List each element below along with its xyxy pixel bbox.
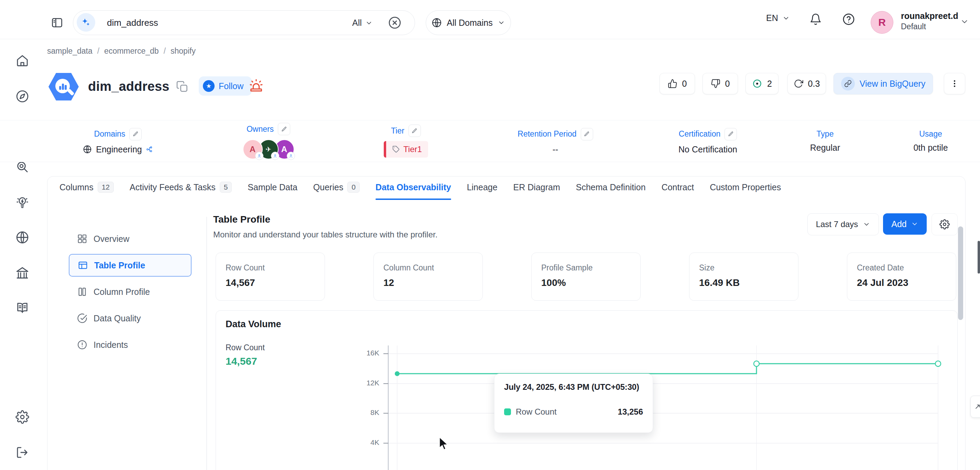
tab-custom-properties[interactable]: Custom Properties — [710, 182, 781, 194]
owner-avatar[interactable]: A — [243, 139, 263, 159]
settings-gear-icon[interactable] — [16, 410, 29, 424]
profiler-settings-button[interactable] — [932, 213, 958, 235]
edit-pencil-icon[interactable] — [129, 128, 142, 140]
followers-count: 2 — [767, 79, 772, 89]
insights-bulb-icon[interactable] — [16, 196, 29, 209]
team-badge-icon — [255, 152, 263, 160]
home-icon[interactable] — [16, 54, 29, 67]
profiler-menu-overview[interactable]: Overview — [69, 228, 191, 250]
upvote-button[interactable]: 0 — [660, 73, 695, 94]
edit-pencil-icon[interactable] — [409, 124, 421, 137]
tab-data-observability[interactable]: Data Observability — [375, 182, 451, 194]
tab-columns[interactable]: Columns12 — [59, 182, 114, 194]
time-range-dropdown[interactable]: Last 7 days — [807, 213, 879, 235]
usage-label: Usage — [919, 129, 942, 139]
domain-value[interactable]: Engineering — [83, 145, 153, 155]
summary-card-size: Size16.49 KB — [689, 253, 799, 301]
usage-section: Usage 0th pctile — [881, 120, 980, 162]
profiler-menu-incidents[interactable]: Incidents — [69, 334, 191, 356]
gear-icon — [939, 219, 950, 229]
certification-value: No Certification — [678, 145, 737, 155]
follow-button[interactable]: ★ Follow — [199, 76, 252, 96]
profiler-menu-table-profile[interactable]: Table Profile — [69, 254, 191, 277]
usage-value: 0th pctile — [913, 143, 948, 153]
search-clear-icon[interactable] — [388, 16, 402, 30]
tooltip-series-label: Row Count — [516, 407, 557, 417]
version-button[interactable]: 0.3 — [788, 73, 826, 94]
bigquery-service-icon — [47, 70, 80, 103]
edit-pencil-icon[interactable] — [581, 128, 593, 140]
tab-count-badge: 5 — [220, 182, 232, 193]
tab-er-diagram[interactable]: ER Diagram — [513, 182, 560, 194]
search-input[interactable]: dim_address — [107, 18, 158, 28]
edit-pencil-icon[interactable] — [278, 123, 290, 135]
logout-icon[interactable] — [16, 446, 29, 459]
tab-contract[interactable]: Contract — [662, 182, 694, 194]
downvote-button[interactable]: 0 — [703, 73, 738, 94]
summary-card-profile-sample: Profile Sample100% — [531, 253, 641, 301]
breadcrumb-item[interactable]: ecommerce_db — [104, 46, 159, 56]
language-selector[interactable]: EN — [766, 13, 790, 23]
expand-arrow-icon — [974, 403, 980, 411]
ai-sparkle-icon[interactable] — [77, 13, 95, 32]
explore-compass-icon[interactable] — [16, 89, 29, 103]
divider — [206, 217, 207, 470]
kebab-menu-icon — [950, 79, 959, 88]
announcement-siren-icon[interactable] — [248, 78, 264, 94]
breadcrumb: sample_data / ecommerce_db / shopify — [47, 46, 196, 56]
tab-queries[interactable]: Queries0 — [313, 182, 360, 194]
more-actions-button[interactable] — [944, 73, 965, 94]
certification-section: Certification No Certification — [647, 120, 769, 162]
tag-icon — [392, 145, 400, 153]
user-avatar[interactable]: R — [871, 11, 893, 34]
domain-filter-label: All Domains — [447, 18, 492, 28]
search-scope-dropdown[interactable]: All — [352, 18, 373, 28]
sidebar-toggle-icon[interactable] — [51, 16, 63, 29]
retention-section: Retention Period -- — [464, 120, 647, 162]
type-section: Type Regular — [769, 120, 881, 162]
tier-tag[interactable]: Tier1 — [384, 141, 428, 158]
content-scrollbar-thumb[interactable] — [958, 226, 963, 320]
user-menu-chevron-icon[interactable] — [960, 17, 969, 26]
retention-label: Retention Period — [517, 129, 576, 139]
tab-lineage[interactable]: Lineage — [467, 182, 498, 194]
tab-sample-data[interactable]: Sample Data — [248, 182, 298, 194]
table-icon — [78, 260, 88, 271]
help-icon[interactable] — [842, 13, 855, 26]
retention-value: -- — [553, 145, 558, 155]
star-icon: ★ — [203, 80, 215, 92]
user-initial: R — [878, 16, 886, 28]
subdomain-icon — [146, 146, 153, 153]
tier-section: Tier Tier1 — [348, 120, 464, 162]
tab-schema-definition[interactable]: Schema Definition — [576, 182, 646, 194]
glossary-book-icon[interactable] — [16, 301, 29, 315]
domains-label: Domains — [94, 129, 126, 139]
copy-icon[interactable] — [176, 81, 188, 93]
observability-search-icon[interactable] — [16, 160, 29, 174]
breadcrumb-item[interactable]: sample_data — [47, 46, 92, 56]
view-in-bigquery-button[interactable]: View in BigQuery — [834, 73, 933, 94]
top-bar: dim_address All All Domains EN R — [0, 0, 980, 39]
domain-name: Engineering — [96, 145, 142, 155]
domain-filter-button[interactable]: All Domains — [426, 10, 511, 35]
domains-globe-icon[interactable] — [16, 231, 29, 244]
language-label: EN — [766, 13, 778, 23]
series-color-swatch — [504, 408, 511, 415]
add-button[interactable]: Add — [883, 213, 927, 235]
edit-pencil-icon[interactable] — [724, 128, 737, 140]
govern-bank-icon[interactable] — [16, 266, 29, 280]
chart-tooltip: July 24, 2025, 6:43 PM (UTC+05:30) Row C… — [494, 374, 653, 433]
thumbs-down-icon — [711, 79, 721, 88]
window-scrollbar-thumb[interactable] — [978, 241, 980, 274]
profiler-menu-data-quality[interactable]: Data Quality — [69, 307, 191, 329]
tab-activity-feeds[interactable]: Activity Feeds & Tasks5 — [130, 182, 232, 194]
followers-button[interactable]: 2 — [746, 73, 778, 94]
alert-circle-icon — [77, 339, 88, 350]
mouse-cursor — [437, 436, 450, 451]
global-search-bar[interactable]: dim_address All — [73, 10, 415, 35]
panel-expand-handle[interactable] — [970, 396, 980, 418]
breadcrumb-item[interactable]: shopify — [170, 46, 196, 56]
profiler-menu-column-profile[interactable]: Column Profile — [69, 281, 191, 303]
notifications-bell-icon[interactable] — [810, 13, 822, 25]
globe-icon — [431, 18, 442, 28]
